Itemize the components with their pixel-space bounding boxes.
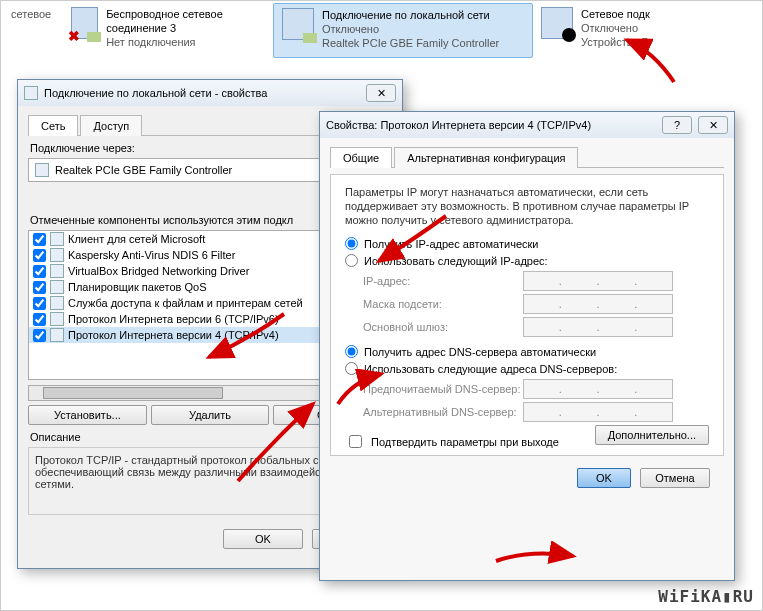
hint-text: Параметры IP могут назначаться автоматич… <box>345 185 709 227</box>
tab-general[interactable]: Общие <box>330 147 392 168</box>
item-label: Клиент для сетей Microsoft <box>68 233 205 245</box>
service-icon <box>50 296 64 310</box>
preferred-dns-input[interactable]: ... <box>523 379 673 399</box>
install-button[interactable]: Установить... <box>28 405 147 425</box>
preferred-dns-label: Предпочитаемый DNS-сервер: <box>363 383 523 395</box>
window-caption: Подключение по локальной сети - свойства <box>44 87 360 99</box>
adapter-label-fragment: сетевое <box>11 7 51 21</box>
radio-auto-ip[interactable]: Получить IP-адрес автоматически <box>345 237 709 250</box>
radio-input[interactable] <box>345 237 358 250</box>
subnet-mask-label: Маска подсети: <box>363 298 523 310</box>
titlebar[interactable]: Свойства: Протокол Интернета версии 4 (T… <box>320 112 734 138</box>
radio-input[interactable] <box>345 345 358 358</box>
item-checkbox[interactable] <box>33 233 46 246</box>
subnet-mask-input[interactable]: ... <box>523 294 673 314</box>
radio-input[interactable] <box>345 254 358 267</box>
adapter-bluetooth[interactable]: Сетевое подк Отключено Устройства B <box>533 3 673 58</box>
protocol-icon <box>50 328 64 342</box>
help-button[interactable]: ? <box>662 116 692 134</box>
item-checkbox[interactable] <box>33 329 46 342</box>
radio-label: Получить IP-адрес автоматически <box>364 238 538 250</box>
gateway-label: Основной шлюз: <box>363 321 523 333</box>
tab-access[interactable]: Доступ <box>80 115 142 136</box>
network-adapters-row: сетевое Беспроводное сетевое соединение … <box>1 3 762 58</box>
qos-icon <box>50 280 64 294</box>
uninstall-button[interactable]: Удалить <box>151 405 270 425</box>
adapter-title: Подключение по локальной сети <box>322 8 499 22</box>
adapter-lan[interactable]: Подключение по локальной сети Отключено … <box>273 3 533 58</box>
adapter-name: Realtek PCIe GBE Family Controller <box>55 164 232 176</box>
item-label: Протокол Интернета версии 6 (TCP/IPv6) <box>68 313 279 325</box>
adapter-title: Беспроводное сетевое соединение 3 <box>106 7 265 35</box>
titlebar[interactable]: Подключение по локальной сети - свойства… <box>18 80 402 106</box>
ip-address-input[interactable]: ... <box>523 271 673 291</box>
adapter-status: Нет подключения <box>106 35 265 49</box>
advanced-button[interactable]: Дополнительно... <box>595 425 709 445</box>
item-label: Планировщик пакетов QoS <box>68 281 207 293</box>
radio-label: Использовать следующий IP-адрес: <box>364 255 548 267</box>
driver-icon <box>50 264 64 278</box>
alternate-dns-input[interactable]: ... <box>523 402 673 422</box>
bluetooth-icon <box>541 7 573 39</box>
watermark: WiFiKA▮RU <box>658 587 754 606</box>
radio-label: Получить адрес DNS-сервера автоматически <box>364 346 596 358</box>
window-caption: Свойства: Протокол Интернета версии 4 (T… <box>326 119 656 131</box>
alternate-dns-label: Альтернативный DNS-сервер: <box>363 406 523 418</box>
wifi-disconnected-icon <box>71 7 98 39</box>
item-label: Служба доступа к файлам и принтерам сете… <box>68 297 303 309</box>
item-checkbox[interactable] <box>33 313 46 326</box>
item-label: Kaspersky Anti-Virus NDIS 6 Filter <box>68 249 235 261</box>
protocol-icon <box>50 312 64 326</box>
radio-manual-dns[interactable]: Использовать следующие адреса DNS-сервер… <box>345 362 709 375</box>
confirm-checkbox[interactable] <box>349 435 362 448</box>
gateway-input[interactable]: ... <box>523 317 673 337</box>
item-checkbox[interactable] <box>33 281 46 294</box>
item-checkbox[interactable] <box>33 249 46 262</box>
item-checkbox[interactable] <box>33 265 46 278</box>
close-button[interactable]: ✕ <box>698 116 728 134</box>
radio-label: Использовать следующие адреса DNS-сервер… <box>364 363 617 375</box>
adapter-fragment: сетевое <box>3 3 63 58</box>
adapter-status: Отключено <box>581 21 650 35</box>
radio-input[interactable] <box>345 362 358 375</box>
ipv4-properties-window: Свойства: Протокол Интернета версии 4 (T… <box>319 111 735 581</box>
ip-address-label: IP-адрес: <box>363 275 523 287</box>
adapter-title: Сетевое подк <box>581 7 650 21</box>
confirm-label: Подтвердить параметры при выходе <box>371 436 559 448</box>
tab-alt-config[interactable]: Альтернативная конфигурация <box>394 147 578 168</box>
radio-manual-ip[interactable]: Использовать следующий IP-адрес: <box>345 254 709 267</box>
ok-button[interactable]: OK <box>223 529 303 549</box>
adapter-wireless[interactable]: Беспроводное сетевое соединение 3 Нет по… <box>63 3 273 58</box>
tabs: Общие Альтернативная конфигурация <box>330 146 724 168</box>
window-icon <box>24 86 38 100</box>
cancel-button[interactable]: Отмена <box>640 468 710 488</box>
close-button[interactable]: ✕ <box>366 84 396 102</box>
client-icon <box>50 232 64 246</box>
item-label: Протокол Интернета версии 4 (TCP/IPv4) <box>68 329 279 341</box>
item-label: VirtualBox Bridged Networking Driver <box>68 265 249 277</box>
lan-icon <box>282 8 314 40</box>
adapter-device: Realtek PCIe GBE Family Controller <box>322 36 499 50</box>
nic-icon <box>35 163 49 177</box>
adapter-status: Отключено <box>322 22 499 36</box>
radio-auto-dns[interactable]: Получить адрес DNS-сервера автоматически <box>345 345 709 358</box>
tab-network[interactable]: Сеть <box>28 115 78 136</box>
item-checkbox[interactable] <box>33 297 46 310</box>
adapter-device: Устройства B <box>581 35 650 49</box>
ok-button[interactable]: OK <box>577 468 631 488</box>
filter-icon <box>50 248 64 262</box>
